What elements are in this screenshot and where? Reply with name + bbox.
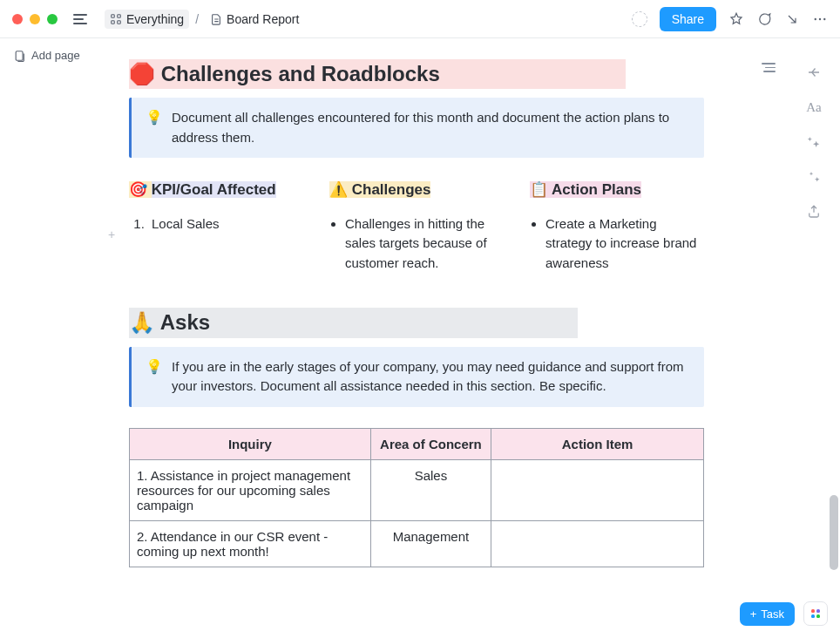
cell-action[interactable] bbox=[491, 520, 704, 567]
outline-toggle-icon[interactable] bbox=[760, 63, 777, 77]
maximize-dot[interactable] bbox=[47, 14, 58, 24]
scrollbar[interactable] bbox=[830, 495, 838, 570]
col3-emoji: 📋 bbox=[530, 181, 548, 198]
col2-emoji: ⚠️ bbox=[329, 181, 348, 198]
breadcrumb-page-label: Board Report bbox=[227, 12, 299, 26]
svg-rect-1 bbox=[118, 14, 121, 17]
window-controls[interactable] bbox=[12, 14, 58, 24]
breadcrumb-page[interactable]: Board Report bbox=[205, 10, 304, 29]
document-icon bbox=[210, 13, 222, 25]
cell-inquiry[interactable]: 2. Attendance in our CSR event - coming … bbox=[130, 520, 371, 567]
col2-title: Challenges bbox=[352, 181, 431, 198]
share-export-icon[interactable] bbox=[806, 204, 822, 220]
ai-sparkle-icon[interactable] bbox=[806, 134, 822, 150]
col1-emoji: 🎯 bbox=[129, 181, 147, 198]
asks-heading[interactable]: 🙏 Asks bbox=[129, 308, 578, 337]
apps-grid-icon bbox=[811, 609, 820, 618]
cell-action[interactable] bbox=[491, 459, 704, 520]
col1-title: KPI/Goal Affected bbox=[152, 181, 276, 198]
asks-emoji: 🙏 bbox=[129, 310, 155, 334]
lightbulb-icon: 💡 bbox=[146, 108, 163, 147]
add-page-label: Add page bbox=[31, 49, 80, 62]
close-dot[interactable] bbox=[12, 14, 23, 24]
more-icon[interactable] bbox=[812, 11, 828, 27]
list-item[interactable]: Challenges in hitting the sales targets … bbox=[345, 214, 504, 274]
list-item[interactable]: Local Sales bbox=[148, 214, 303, 234]
cell-area[interactable]: Management bbox=[370, 520, 491, 567]
star-icon[interactable] bbox=[728, 11, 744, 27]
svg-rect-7 bbox=[16, 51, 23, 60]
asks-table[interactable]: Inquiry Area of Concern Action Item 1. A… bbox=[129, 428, 704, 567]
breadcrumb-root[interactable]: Everything bbox=[105, 10, 189, 29]
cell-inquiry[interactable]: 1. Assistance in project management reso… bbox=[130, 459, 371, 520]
col3-title: Action Plans bbox=[552, 181, 641, 198]
svg-point-6 bbox=[823, 17, 825, 19]
add-page-button[interactable]: Add page bbox=[14, 49, 80, 62]
plus-icon: + bbox=[750, 607, 757, 621]
add-row-icon[interactable]: + bbox=[108, 227, 115, 241]
asks-title: Asks bbox=[160, 310, 210, 334]
challenges-heading[interactable]: 🛑 Challenges and Roadblocks bbox=[129, 59, 626, 89]
challenges-emoji: 🛑 bbox=[129, 62, 155, 85]
table-header-inquiry: Inquiry bbox=[130, 428, 371, 459]
breadcrumb-root-label: Everything bbox=[126, 12, 184, 26]
table-row[interactable]: 1. Assistance in project management reso… bbox=[130, 459, 704, 520]
svg-rect-2 bbox=[112, 20, 115, 24]
list-item[interactable]: Create a Marketing strategy to increase … bbox=[545, 214, 704, 274]
status-circle-icon[interactable] bbox=[632, 11, 647, 27]
task-button[interactable]: + Task bbox=[740, 602, 795, 626]
challenges-title: Challenges and Roadblocks bbox=[161, 62, 440, 85]
task-button-label: Task bbox=[761, 607, 784, 621]
asks-callout-text: If you are in the early stages of your c… bbox=[172, 357, 690, 397]
table-header-area: Area of Concern bbox=[370, 428, 491, 459]
menu-toggle-icon[interactable] bbox=[73, 10, 91, 28]
arrow-down-right-icon[interactable] bbox=[784, 11, 800, 27]
apps-button[interactable] bbox=[803, 601, 828, 626]
challenges-callout[interactable]: 💡 Document all challenges encountered fo… bbox=[129, 98, 704, 158]
cell-area[interactable]: Sales bbox=[370, 459, 491, 520]
asks-callout[interactable]: 💡 If you are in the early stages of your… bbox=[129, 347, 704, 407]
breadcrumb: Everything / Board Report bbox=[105, 10, 304, 29]
share-button[interactable]: Share bbox=[660, 7, 716, 31]
ai-stars-icon[interactable] bbox=[806, 169, 822, 185]
svg-point-4 bbox=[815, 17, 816, 19]
typography-icon[interactable]: Aa bbox=[806, 99, 822, 115]
collapse-icon[interactable] bbox=[806, 64, 822, 80]
svg-point-5 bbox=[819, 17, 821, 19]
comment-icon[interactable] bbox=[756, 11, 772, 27]
add-page-icon bbox=[14, 50, 26, 62]
table-row[interactable]: 2. Attendance in our CSR event - coming … bbox=[130, 520, 704, 567]
table-header-action: Action Item bbox=[491, 428, 704, 459]
grid-icon bbox=[110, 13, 122, 25]
challenges-callout-text: Document all challenges encountered for … bbox=[172, 108, 690, 147]
minimize-dot[interactable] bbox=[30, 14, 40, 24]
lightbulb-icon: 💡 bbox=[146, 357, 163, 397]
svg-rect-3 bbox=[118, 20, 121, 24]
breadcrumb-separator: / bbox=[195, 12, 199, 26]
svg-rect-0 bbox=[112, 14, 115, 17]
